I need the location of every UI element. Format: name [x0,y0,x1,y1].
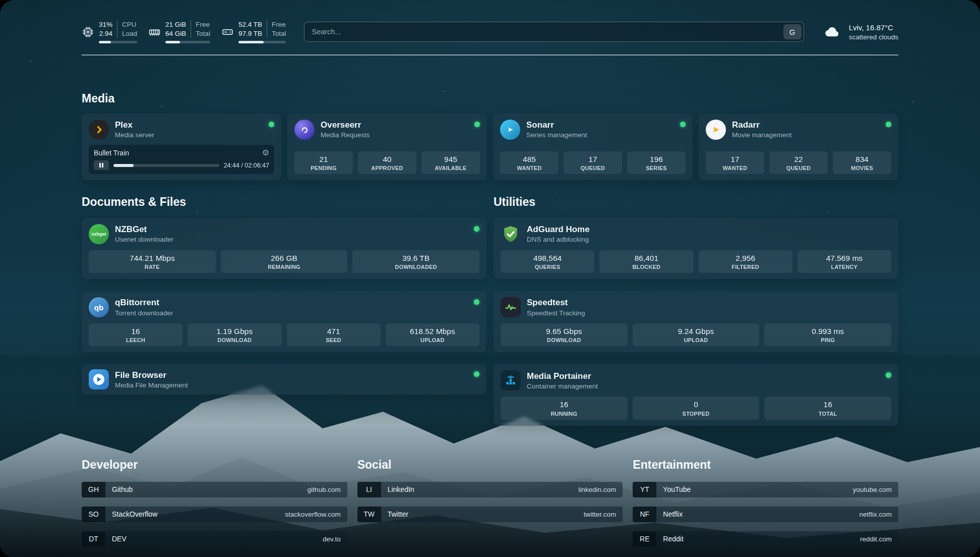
service-desc: Media Requests [321,131,370,140]
memory-icon [148,26,161,38]
service-name: qBittorrent [115,297,173,308]
bookmark-url: netflix.com [852,507,898,522]
stat-approved: 40APPROVED [358,151,416,174]
service-card-adguard[interactable]: AdGuard Home DNS and adblocking 498,564Q… [494,218,898,279]
service-name: Sonarr [526,120,587,131]
section-title-media: Media [82,92,898,105]
status-online-dot [474,371,479,377]
service-card-filebrowser[interactable]: File Browser Media File Management [82,364,486,395]
disk-total-value: 97.9 TB [238,29,262,38]
disk-free-label: Free [272,20,286,29]
bookmarks-entertainment: Entertainment YT YouTube youtube.com NF … [633,458,898,556]
bookmark-abbr: TW [357,507,381,522]
status-online-dot [886,122,891,127]
qbittorrent-icon: qb [89,297,109,317]
playback-progress-bar[interactable] [113,164,219,167]
disk-total-label: Total [272,29,286,38]
service-card-sonarr[interactable]: Sonarr Series management 485WANTED 17QUE… [493,114,693,180]
bookmark-stackoverflow[interactable]: SO StackOverflow stackoverflow.com [82,507,347,522]
stat-available: 945AVAILABLE [421,151,480,174]
settings-gear-icon[interactable]: ⚙ [262,149,269,157]
service-desc: Series management [526,131,587,140]
bookmark-abbr: YT [633,482,656,497]
service-card-overseerr[interactable]: Overseerr Media Requests 21PENDING 40APP… [287,114,487,180]
service-card-radarr[interactable]: Radarr Movie management 17WANTED 22QUEUE… [699,114,898,180]
search-provider-button[interactable]: G [783,24,802,39]
stat-series: 196SERIES [627,151,686,174]
cpu-progress-bar [99,41,137,43]
stat-filtered: 2,956FILTERED [699,250,792,273]
bookmark-url: github.com [301,482,347,497]
disk-free-value: 52.4 TB [238,20,262,29]
service-name: Speedtest [527,297,585,308]
service-name: NZBGet [115,224,173,235]
memory-total-value: 64 GiB [165,29,186,38]
service-card-portainer[interactable]: Media Portainer Container management 16R… [494,364,898,425]
service-name: File Browser [115,370,188,381]
bookmark-abbr: RE [633,531,656,547]
weather-location: Lviv, 16.87°C [849,23,898,33]
service-name: Plex [115,120,154,131]
search-input[interactable] [304,22,804,42]
weather-condition: scattered clouds [849,33,898,41]
stat-pending: 21PENDING [294,151,353,174]
weather-widget: Lviv, 16.87°C scattered clouds [822,23,898,40]
nzbget-icon: nzbget [89,224,109,244]
service-card-nzbget[interactable]: nzbget NZBGet Usenet downloader 744.21 M… [82,218,486,279]
cpu-icon [82,26,94,38]
playback-time: 24:44 / 02:06:47 [224,162,269,169]
bookmark-name: LinkedIn [381,482,572,497]
service-desc: Movie management [732,131,792,140]
now-playing-title: Bullet Train [94,149,129,157]
bookmark-name: Twitter [381,507,577,522]
bookmark-url: youtube.com [846,482,898,497]
stat-downloaded: 39.6 TBDOWNLOADED [352,250,479,273]
status-online-dot [269,122,274,127]
search-bar: G [304,22,804,42]
bookmark-name: DEV [105,531,316,547]
bookmarks-grid: Developer GH Github github.com SO StackO… [82,458,898,556]
service-desc: Media File Management [115,381,188,390]
filebrowser-icon [89,369,109,389]
bookmark-netflix[interactable]: NF Netflix netflix.com [633,507,898,522]
cpu-usage-label: CPU [122,20,137,29]
stat-rate: 744.21 MbpsRATE [89,250,216,273]
service-card-plex[interactable]: Plex Media server Bullet Train ⚙ 24:44 /… [82,114,281,180]
bookmark-url: twitter.com [577,507,623,522]
service-card-speedtest[interactable]: Speedtest Speedtest Tracking 9.65 GbpsDO… [494,291,898,352]
bookmark-abbr: NF [633,507,656,522]
memory-free-value: 21 GiB [165,20,186,29]
section-title-developer: Developer [82,458,347,472]
bookmark-url: dev.to [316,531,347,547]
service-desc: Usenet downloader [115,235,173,244]
stat-upload: 9.24 GbpsUPLOAD [633,323,760,346]
bookmark-dev[interactable]: DT DEV dev.to [82,531,347,547]
memory-total-label: Total [196,29,210,38]
stat-download: 1.19 GbpsDOWNLOAD [188,323,281,346]
bookmark-url: linkedin.com [572,482,623,497]
service-desc: Container management [527,382,598,391]
section-title-entertainment: Entertainment [633,458,898,472]
stat-download: 9.65 GbpsDOWNLOAD [501,323,628,346]
section-title-utilities: Utilities [494,195,898,209]
overseerr-icon [294,120,315,140]
plex-icon [89,120,109,140]
stat-leech: 16LEECH [89,323,182,346]
utilities-column: Utilities AdGuard [494,180,898,437]
service-card-qbittorrent[interactable]: qb qBittorrent Torrent downloader 16LEEC… [82,291,486,352]
stat-latency: 47.569 msLATENCY [798,250,891,273]
bookmark-linkedin[interactable]: LI LinkedIn linkedin.com [357,482,623,497]
status-online-dot [474,226,479,232]
bookmark-reddit[interactable]: RE Reddit reddit.com [633,531,898,547]
pause-button[interactable] [94,160,109,170]
memory-free-label: Free [196,20,210,29]
cpu-widget: 31% 2.94 CPU Load [82,20,137,43]
stat-stopped: 0STOPPED [633,397,760,419]
bookmark-youtube[interactable]: YT YouTube youtube.com [633,482,898,497]
stat-upload: 618.52 MbpsUPLOAD [386,323,479,346]
bookmark-twitter[interactable]: TW Twitter twitter.com [357,507,623,522]
service-name: Radarr [732,120,792,131]
bookmark-github[interactable]: GH Github github.com [82,482,347,497]
topbar: 31% 2.94 CPU Load [82,20,898,43]
bookmarks-social: Social LI LinkedIn linkedin.com TW Twitt… [357,458,623,556]
